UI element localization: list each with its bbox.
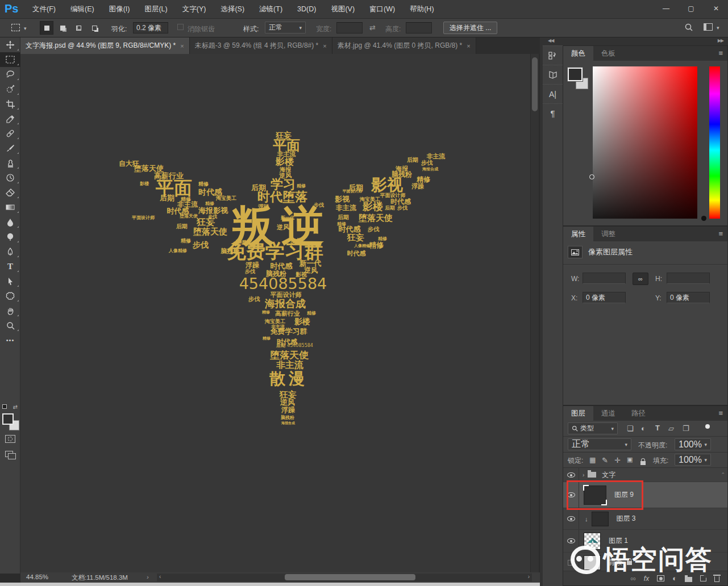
- menu-item-1[interactable]: 文件(F): [25, 0, 63, 19]
- width-value-field[interactable]: [583, 273, 626, 284]
- menu-item-6[interactable]: 选择(S): [213, 0, 252, 19]
- layer-thumbnail[interactable]: [584, 555, 601, 570]
- panel-menu-icon[interactable]: ≡: [718, 406, 723, 421]
- healing-brush-tool-icon[interactable]: [0, 126, 20, 141]
- expand-group-icon[interactable]: ›: [583, 472, 584, 478]
- preset-chevron-icon[interactable]: ▾: [24, 26, 27, 31]
- filter-smart-objects-icon[interactable]: ❐: [683, 424, 689, 433]
- filter-adjustment-layers-icon[interactable]: ◐: [641, 424, 646, 433]
- tab-channels[interactable]: 通道: [593, 406, 623, 421]
- status-popup-icon[interactable]: ›: [147, 574, 149, 580]
- minimize-button[interactable]: —: [658, 3, 675, 14]
- quick-selection-tool-icon[interactable]: [0, 82, 20, 97]
- close-tab-icon[interactable]: ×: [180, 43, 184, 49]
- layer-name[interactable]: 图层 1: [609, 536, 628, 546]
- lock-transparency-icon[interactable]: ▦: [589, 456, 596, 464]
- foreground-color-swatch[interactable]: [2, 413, 14, 425]
- swap-colors-icon[interactable]: ⇄: [13, 404, 17, 410]
- add-selection-mode-button[interactable]: [56, 21, 69, 35]
- doc-tab-1[interactable]: 文字海报.psd @ 44.9% (图层 9, RGB/8#/CMYK) * ×: [20, 37, 190, 54]
- color-panel-foreground-swatch[interactable]: [568, 68, 583, 81]
- menu-item-5[interactable]: 文字(Y): [175, 0, 214, 19]
- menu-item-11[interactable]: 帮助(H): [402, 0, 441, 19]
- screen-mode-icon[interactable]: [5, 451, 16, 459]
- rectangular-marquee-tool-icon[interactable]: [0, 52, 20, 67]
- close-button[interactable]: ✕: [708, 3, 725, 14]
- eyedropper-tool-icon[interactable]: [0, 111, 20, 126]
- menu-item-9[interactable]: 视图(V): [323, 0, 362, 19]
- vertical-scrollbar[interactable]: [530, 54, 539, 572]
- lock-all-icon[interactable]: [640, 457, 646, 467]
- dodge-tool-icon[interactable]: [0, 229, 20, 244]
- type-tool-icon[interactable]: T: [0, 259, 20, 274]
- gradient-tool-icon[interactable]: [0, 200, 20, 215]
- layer-thumbnail[interactable]: [592, 512, 609, 526]
- character-panel-icon[interactable]: A|: [543, 84, 563, 103]
- menu-item-3[interactable]: 图像(I): [102, 0, 138, 19]
- paragraph-panel-icon[interactable]: ¶: [543, 103, 563, 123]
- vertical-scrollbar-thumb[interactable]: [532, 57, 538, 111]
- lasso-tool-icon[interactable]: [0, 67, 20, 82]
- link-dimensions-icon[interactable]: ∞: [633, 273, 648, 285]
- doc-tab-3[interactable]: 素材.jpg @ 41.4% (图层 0 拷贝, RGB/8) * ×: [332, 37, 476, 54]
- new-selection-mode-button[interactable]: [40, 21, 53, 35]
- width-input[interactable]: [336, 22, 363, 34]
- height-value-field[interactable]: [667, 273, 710, 284]
- layer-thumbnail[interactable]: [584, 533, 601, 550]
- layer-style-fx-icon[interactable]: fx: [644, 575, 649, 583]
- feather-input[interactable]: [133, 22, 168, 34]
- layer-row-selected[interactable]: 图层 9: [563, 482, 727, 508]
- menu-item-10[interactable]: 窗口(W): [362, 0, 402, 19]
- doc-tab-2[interactable]: 未标题-3 @ 59.4% (组 4 拷贝, RGB/8#) * ×: [190, 37, 332, 54]
- eraser-tool-icon[interactable]: [0, 185, 20, 200]
- filter-shape-layers-icon[interactable]: ▱: [668, 424, 674, 433]
- layer-thumbnail[interactable]: [584, 485, 606, 505]
- custom-shape-tool-icon[interactable]: [0, 288, 20, 303]
- antialias-checkbox[interactable]: [177, 24, 184, 30]
- quick-mask-mode-icon[interactable]: [5, 435, 15, 443]
- opacity-value[interactable]: 100% ▾: [675, 438, 711, 450]
- edit-toolbar-icon[interactable]: •••: [0, 333, 20, 348]
- scroll-left-icon[interactable]: ‹: [159, 574, 161, 580]
- panel-menu-icon[interactable]: ≡: [718, 227, 723, 241]
- hand-tool-icon[interactable]: [0, 303, 20, 318]
- delete-layer-icon[interactable]: [714, 576, 719, 582]
- visibility-toggle[interactable]: [563, 468, 579, 482]
- close-tab-icon[interactable]: ×: [323, 43, 326, 49]
- search-icon[interactable]: [684, 23, 693, 34]
- visibility-toggle[interactable]: [563, 530, 579, 552]
- layer-row-background[interactable]: 背景: [563, 552, 727, 573]
- zoom-tool-icon[interactable]: [0, 318, 20, 333]
- tab-color[interactable]: 颜色: [563, 46, 593, 61]
- history-brush-tool-icon[interactable]: [0, 170, 20, 185]
- tab-swatches[interactable]: 色板: [593, 46, 623, 61]
- intersect-selection-mode-button[interactable]: [88, 21, 101, 35]
- link-layers-icon[interactable]: ∞: [631, 574, 636, 583]
- layer-name[interactable]: 背景: [609, 558, 622, 567]
- collapse-dock-icon[interactable]: ▶▶: [718, 38, 723, 43]
- expand-dock-icon[interactable]: ◀◀: [548, 38, 554, 43]
- subtract-selection-mode-button[interactable]: [72, 21, 85, 35]
- lock-artboard-icon[interactable]: ▣: [627, 456, 633, 463]
- swap-dimensions-icon[interactable]: ⇄: [369, 23, 376, 32]
- saturation-brightness-field[interactable]: [593, 66, 697, 219]
- marquee-preset-icon[interactable]: [11, 24, 20, 33]
- layer-name[interactable]: 文字: [602, 470, 615, 480]
- default-colors-icon[interactable]: ⇄: [2, 401, 18, 411]
- move-tool-icon[interactable]: [0, 37, 20, 52]
- layer-name[interactable]: 图层 3: [617, 514, 636, 524]
- layer-row-clipped[interactable]: ↓ 图层 3: [563, 508, 727, 530]
- close-tab-icon[interactable]: ×: [467, 43, 470, 49]
- menu-item-4[interactable]: 图层(L): [137, 0, 174, 19]
- horizontal-scrollbar-thumb[interactable]: [285, 574, 415, 580]
- select-and-mask-button[interactable]: 选择并遮住 ...: [443, 22, 497, 34]
- new-adjustment-layer-icon[interactable]: ◐: [672, 574, 677, 583]
- filter-pixel-layers-icon[interactable]: ❏: [627, 424, 634, 433]
- new-group-icon[interactable]: [685, 577, 692, 582]
- document-canvas[interactable]: 狂妄平面非主流影楼海报逆风后期学习精修自大狂堕落天使高薪行业影楼平面精修时代感后…: [20, 54, 530, 572]
- layer-row[interactable]: 图层 1: [563, 530, 727, 552]
- menu-item-7[interactable]: 滤镜(T): [252, 0, 290, 19]
- pen-tool-icon[interactable]: [0, 244, 20, 259]
- brush-tool-icon[interactable]: [0, 141, 20, 156]
- foreground-background-swatches[interactable]: [2, 413, 19, 430]
